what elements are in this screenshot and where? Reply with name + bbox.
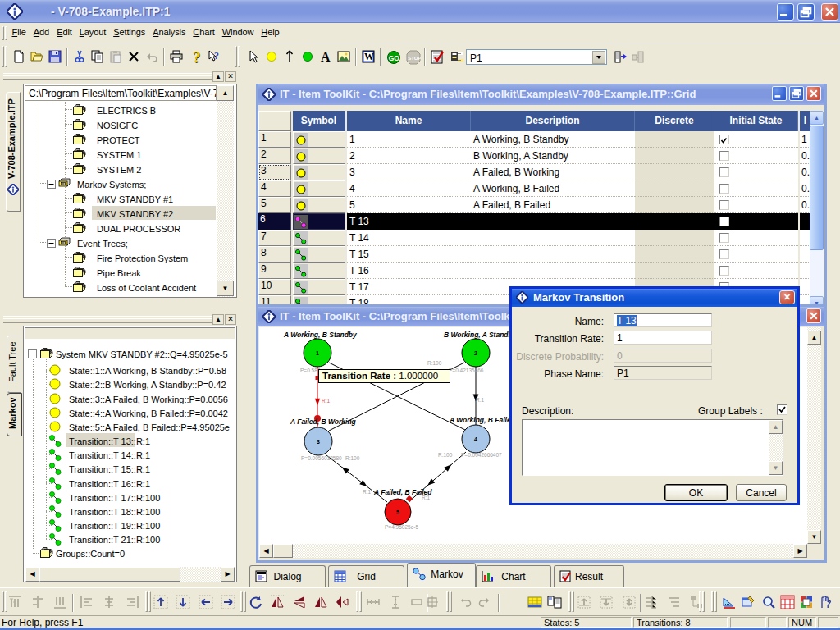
svg-text:4: 4: [474, 436, 477, 442]
svg-text:A Working, B Failed: A Working, B Failed: [449, 416, 516, 424]
svg-text:W: W: [364, 51, 374, 62]
svg-text:R:1: R:1: [363, 489, 372, 495]
svg-text:P=0.0056038580: P=0.0056038580: [301, 455, 342, 461]
svg-text:?: ?: [193, 50, 201, 65]
svg-text:R:100: R:100: [427, 360, 442, 366]
svg-text:P=0.42135466: P=0.42135466: [449, 368, 484, 373]
svg-text:B Working, A Standby: B Working, A Standby: [444, 331, 518, 339]
svg-text:R:1: R:1: [322, 398, 331, 404]
svg-text:A: A: [321, 50, 331, 63]
svg-text:R:1: R:1: [422, 495, 431, 500]
svg-text:GO: GO: [389, 54, 400, 62]
svg-text:R:1: R:1: [476, 397, 485, 403]
svg-text:STOP: STOP: [408, 56, 421, 61]
svg-text:R:100: R:100: [345, 455, 360, 461]
svg-text:3: 3: [317, 439, 320, 445]
svg-text:A Working, B Standby: A Working, B Standby: [283, 331, 358, 339]
svg-text:R:100: R:100: [438, 452, 453, 458]
svg-text:A Failed, B Working: A Failed, B Working: [290, 418, 357, 426]
svg-text:2: 2: [474, 350, 477, 356]
svg-text:?: ?: [214, 50, 219, 62]
svg-text:P=4.95025e-5: P=4.95025e-5: [385, 524, 418, 530]
svg-text:5: 5: [396, 509, 399, 515]
svg-text:P=0.0042666407: P=0.0042666407: [461, 452, 502, 458]
svg-text:1: 1: [316, 350, 319, 356]
